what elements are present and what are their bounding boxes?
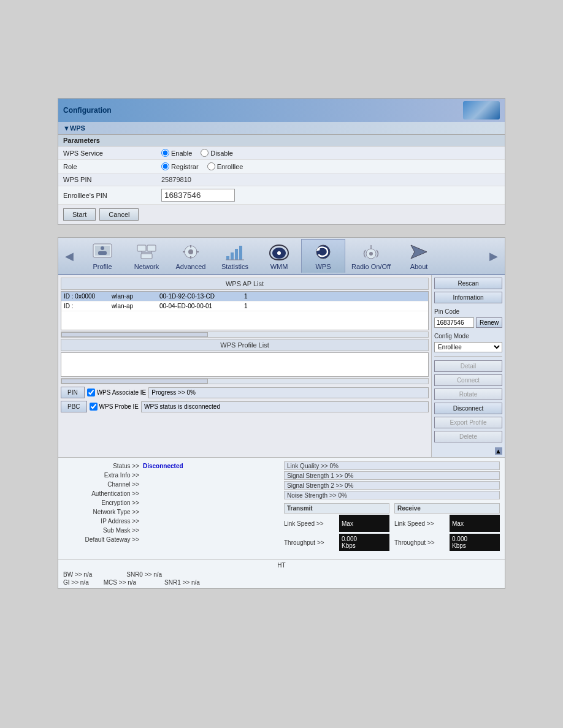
disconnect-button[interactable]: Disconnect: [434, 403, 502, 414]
scroll-up-indicator[interactable]: ▲: [495, 447, 502, 455]
svg-point-25: [369, 252, 373, 256]
nav-radio-label: Radio On/Off: [351, 263, 391, 270]
receive-throughput-value: 0.000: [452, 536, 497, 542]
wmm-icon: [268, 242, 290, 262]
renew-button[interactable]: Renew: [476, 317, 502, 328]
status-row-ip: IP Address >>: [63, 517, 279, 526]
svg-rect-12: [190, 245, 191, 248]
nav-item-statistics[interactable]: Statistics: [213, 240, 257, 273]
pin-button[interactable]: PIN: [61, 387, 85, 398]
nav-item-advanced[interactable]: Advanced: [169, 240, 213, 273]
svg-rect-3: [98, 251, 107, 255]
ap-row-2[interactable]: ID : wlan-ap 00-04-ED-00-00-01 1: [61, 301, 428, 311]
pin-code-label: Pin Code: [434, 308, 502, 315]
status-area: Status >> Disconnected Extra Info >> Cha…: [58, 457, 505, 559]
transmit-throughput-label: Throughput >>: [284, 539, 339, 546]
wps-service-value: Enable Disable: [161, 149, 233, 157]
rescan-button[interactable]: Rescan: [434, 278, 502, 289]
role-registrar-option[interactable]: Registrar: [161, 162, 199, 170]
start-button[interactable]: Start: [63, 208, 96, 221]
wps-associate-checkbox[interactable]: [87, 389, 95, 396]
ht-bw: BW >> n/a: [63, 571, 92, 578]
nav-item-network[interactable]: Network: [124, 240, 169, 273]
pin-code-input[interactable]: [434, 317, 474, 328]
wps-disable-option[interactable]: Disable: [201, 149, 233, 157]
network-type-label: Network Type >>: [63, 509, 143, 515]
role-registrar-radio[interactable]: [161, 162, 169, 170]
profile-list-title: WPS Profile List: [61, 339, 429, 351]
wps-enable-option[interactable]: Enable: [161, 149, 192, 157]
nav-item-radio[interactable]: Radio On/Off: [345, 240, 397, 273]
ap-num-1: 1: [244, 293, 256, 300]
nav-forward-arrow[interactable]: ▶: [483, 240, 505, 272]
receive-link-speed-label: Link Speed >>: [394, 520, 450, 527]
nav-item-wmm[interactable]: WMM: [257, 240, 301, 273]
nav-item-about[interactable]: About: [397, 240, 441, 273]
transmit-link-speed-value: Max: [342, 520, 387, 527]
enrollee-pin-input[interactable]: [161, 189, 235, 202]
status-row-gateway: Default Gateway >>: [63, 535, 279, 544]
config-title: Configuration: [63, 106, 112, 115]
ap-num-2: 1: [244, 303, 256, 309]
receive-link-speed-bar: Max: [450, 515, 500, 532]
status-grid: Status >> Disconnected Extra Info >> Cha…: [63, 461, 500, 555]
pbc-button[interactable]: PBC: [61, 401, 87, 412]
ht-title: HT: [63, 562, 500, 569]
svg-rect-15: [196, 251, 199, 252]
status-row-network-type: Network Type >>: [63, 507, 279, 517]
nav-wps-label: WPS: [315, 263, 331, 270]
wps-pin-label: WPS PIN: [63, 176, 161, 183]
wps-associate-label[interactable]: WPS Associate IE: [87, 389, 147, 396]
ap-list-scrollbar[interactable]: [61, 332, 429, 338]
enrollee-pin-label: Enrolllee's PIN: [63, 192, 161, 199]
connect-button[interactable]: Connect: [434, 374, 502, 386]
nav-bar: ◀ Profile: [58, 238, 505, 275]
enrollee-pin-row: Enrolllee's PIN: [58, 186, 505, 205]
status-row-auth: Authentication >>: [63, 489, 279, 498]
right-panel: Rescan Information Pin Code Renew Config…: [431, 275, 505, 457]
wps-probe-checkbox[interactable]: [90, 403, 98, 411]
radio-icon: [360, 242, 382, 262]
ht-snr0: SNR0 >> n/a: [126, 571, 162, 578]
role-enrollee-option[interactable]: Enrolllee: [207, 162, 243, 170]
role-value: Registrar Enrolllee: [161, 162, 243, 170]
status-row-encryption: Encryption >>: [63, 498, 279, 507]
svg-rect-18: [235, 249, 238, 260]
role-enrollee-radio[interactable]: [207, 162, 215, 170]
progress-bar: Progress >> 0%: [148, 387, 429, 398]
wps-enable-radio[interactable]: [161, 149, 169, 157]
svg-rect-5: [147, 245, 156, 251]
wps-disable-radio[interactable]: [201, 149, 209, 157]
ht-mcs: MCS >> n/a: [104, 579, 136, 586]
wps-status-msg: WPS status is disconnected: [141, 401, 429, 412]
rotate-button[interactable]: Rotate: [434, 389, 502, 400]
config-mode-select[interactable]: Enrolllee Registrar: [434, 342, 502, 352]
profile-list-scrollbar[interactable]: [61, 378, 429, 384]
channel-label: Channel >>: [63, 481, 143, 488]
export-profile-button[interactable]: Export Profile: [434, 417, 502, 428]
receive-section: Receive Link Speed >> Max Throughput >>: [394, 503, 500, 553]
transmit-section: Transmit Link Speed >> Max Throughput >>: [284, 503, 389, 553]
ap-list-scrollbar-track: [61, 332, 208, 337]
information-button[interactable]: Information: [434, 292, 502, 303]
ap-name-1: wlan-ap: [112, 293, 155, 300]
ap-row-1[interactable]: ID : 0x0000 wlan-ap 00-1D-92-C0-13-CD 1: [61, 292, 428, 301]
transmit-header: Transmit: [284, 503, 389, 514]
status-label: Status >>: [63, 463, 143, 469]
detail-button[interactable]: Detail: [434, 360, 502, 372]
nav-back-arrow[interactable]: ◀: [58, 240, 80, 272]
signal-strength2-bar: Signal Strength 2 >> 0%: [284, 481, 500, 490]
ht-section: HT BW >> n/a SNR0 >> n/a GI >> n/a MCS >…: [58, 559, 505, 588]
config-mode-label: Config Mode: [434, 333, 502, 339]
nav-item-profile[interactable]: Profile: [80, 240, 124, 273]
ht-snr1: SNR1 >> n/a: [164, 579, 200, 586]
receive-throughput-label: Throughput >>: [394, 539, 450, 546]
tx-rx-area: Transmit Link Speed >> Max Throughput >>: [284, 501, 500, 555]
wps-probe-label[interactable]: WPS Probe IE: [90, 403, 139, 411]
nav-item-wps[interactable]: WPS: [301, 239, 345, 273]
svg-rect-16: [226, 256, 229, 260]
transmit-link-speed-row: Link Speed >> Max: [284, 515, 389, 532]
delete-button[interactable]: Delete: [434, 431, 502, 442]
cancel-button[interactable]: Cancel: [99, 208, 139, 221]
status-row-status: Status >> Disconnected: [63, 461, 279, 471]
